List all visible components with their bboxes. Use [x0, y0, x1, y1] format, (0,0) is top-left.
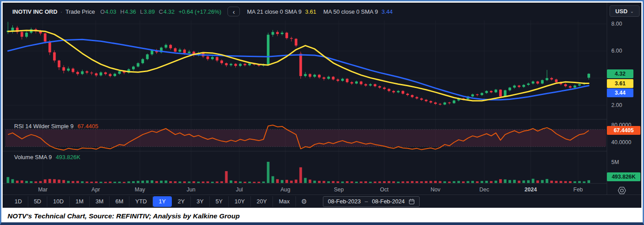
candle-body — [476, 94, 479, 95]
price-axis-tick: 2.00 — [611, 102, 640, 109]
candle-body — [360, 81, 363, 84]
chart-canvas[interactable]: MarAprMayJunJulAugSepOctNovDec2024Feb — [3, 3, 641, 208]
volume-bar — [587, 180, 590, 183]
volume-bar — [466, 181, 469, 183]
volume-bar — [397, 182, 400, 183]
volume-bar — [532, 179, 534, 183]
candle-body — [295, 39, 297, 46]
price-axis-tick: 6.00 — [611, 47, 640, 54]
volume-bar — [327, 181, 330, 183]
timeframe-toolbar: 1D5D10D1M3M6MYTD1Y2Y3Y5Y10Y20YMax ⚙ 08-F… — [3, 194, 641, 208]
open-label: O — [100, 8, 105, 15]
volume-bar — [11, 179, 14, 183]
volume-bar — [411, 181, 413, 183]
rsi-band — [5, 130, 606, 147]
timeframe-button-20y[interactable]: 20Y — [251, 196, 273, 207]
timeframe-button-max[interactable]: Max — [273, 196, 296, 207]
time-axis-label: Dec — [479, 187, 489, 193]
price-axis-tick: 8.00 — [611, 20, 640, 27]
candle-body — [364, 84, 367, 85]
low-label: L — [140, 8, 143, 15]
volume-bar — [462, 181, 465, 183]
volume-bar — [429, 181, 432, 183]
candle-body — [388, 89, 390, 91]
candle-body — [211, 57, 214, 59]
volume-bar — [481, 181, 483, 183]
chart-settings-button[interactable]: ⚙ — [296, 196, 312, 207]
candle-body — [397, 91, 400, 92]
candle-body — [11, 28, 14, 31]
timeframe-button-5d[interactable]: 5D — [28, 196, 48, 207]
volume-bar — [341, 182, 344, 183]
candle-body — [527, 84, 530, 85]
timeframe-button-1y[interactable]: 1Y — [153, 196, 172, 207]
volume-bar — [309, 179, 311, 183]
candle-body — [220, 61, 223, 63]
candle-body — [67, 69, 70, 71]
volume-bar — [155, 181, 158, 183]
timeframe-button-6m[interactable]: 6M — [110, 196, 129, 207]
time-axis-label: Aug — [280, 187, 290, 193]
candle-body — [318, 75, 321, 77]
trading-chart-app: MarAprMayJunJulAugSepOctNovDec2024Feb IN… — [3, 3, 641, 208]
candle-body — [504, 90, 507, 96]
volume-bar — [332, 181, 334, 183]
chevron-left-icon: ‹ — [233, 8, 235, 15]
volume-bar — [295, 179, 297, 183]
volume-axis-tick: 5M — [611, 159, 640, 166]
rsi-title-text: RSI 14 Wilder Simple 9 — [14, 123, 73, 130]
timeframe-button-3y[interactable]: 3Y — [191, 196, 210, 207]
time-axis-label: Oct — [380, 187, 389, 193]
candle-body — [406, 94, 409, 95]
volume-bar — [67, 181, 70, 183]
volume-bar — [569, 181, 572, 183]
volume-bar — [523, 180, 525, 183]
candle-body — [495, 90, 497, 92]
timeframe-button-1m[interactable]: 1M — [70, 196, 90, 207]
volume-bar — [290, 181, 293, 183]
candle-body — [471, 94, 474, 96]
timeframe-button-3m[interactable]: 3M — [90, 196, 110, 207]
volume-bar — [420, 181, 423, 183]
volume-bar — [44, 179, 46, 183]
volume-bar — [392, 181, 395, 183]
candle-body — [86, 71, 88, 72]
volume-bar — [21, 180, 23, 183]
candle-body — [267, 35, 269, 65]
candle-body — [81, 71, 83, 74]
collapse-legend-button[interactable]: ‹ — [227, 7, 240, 16]
timeframe-button-10d[interactable]: 10D — [47, 196, 70, 207]
timeframe-button-10y[interactable]: 10Y — [229, 196, 251, 207]
volume-bar — [86, 182, 88, 183]
volume-bar — [550, 181, 553, 183]
timeframe-button-5y[interactable]: 5Y — [210, 196, 229, 207]
volume-bar — [197, 182, 200, 183]
timeframe-button-ytd[interactable]: YTD — [129, 196, 153, 207]
volume-bar — [160, 181, 163, 183]
volume-bar — [137, 181, 140, 183]
close-value: 4.32 — [163, 8, 174, 15]
volume-bar — [244, 182, 246, 183]
volume-bar — [62, 180, 65, 183]
volume-bar — [262, 182, 265, 183]
candle-body — [169, 45, 172, 49]
candle-body — [573, 86, 576, 88]
candle-body — [25, 33, 28, 37]
volume-bar — [546, 179, 548, 183]
candle-body — [587, 74, 590, 78]
time-axis-label: Mar — [38, 187, 48, 193]
time-axis-label: Sep — [334, 187, 344, 193]
volume-bar — [513, 180, 516, 183]
volume-bar — [388, 181, 390, 183]
currency-select[interactable]: USD ⌄ — [610, 5, 640, 17]
timeframe-button-1d[interactable]: 1D — [9, 196, 28, 207]
candle-body — [183, 50, 186, 53]
candle-body — [141, 59, 144, 63]
volume-bar — [299, 167, 302, 183]
candle-body — [429, 101, 432, 103]
candle-body — [230, 64, 232, 65]
volume-bar — [281, 180, 284, 183]
volume-bar — [457, 181, 460, 183]
timeframe-button-2y[interactable]: 2Y — [172, 196, 191, 207]
date-range-picker[interactable]: 08-Feb-2023 – 08-Feb-2024 — [323, 196, 420, 207]
